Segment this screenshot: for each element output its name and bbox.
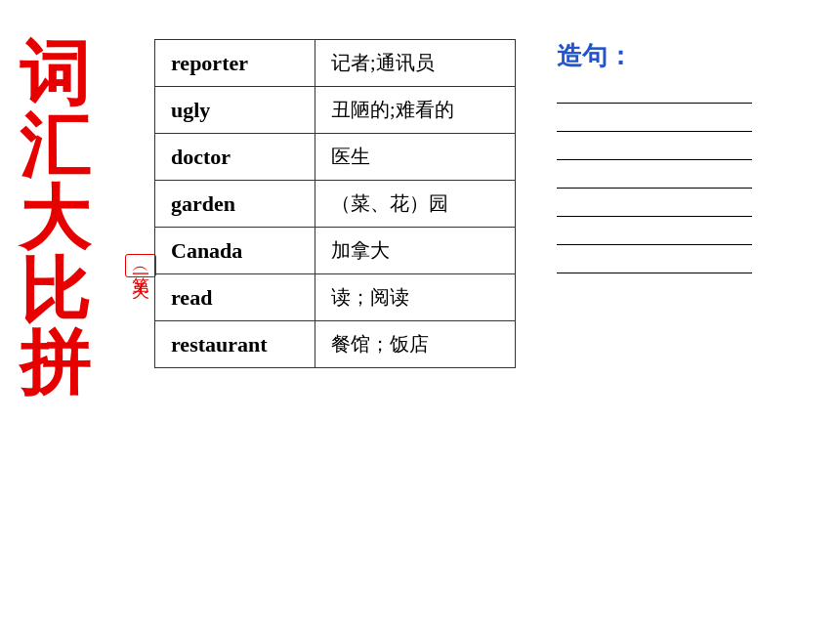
title-char-1: 词 — [20, 39, 90, 109]
title-char-5: 拼 — [20, 328, 90, 399]
table-row: doctor医生 — [155, 134, 516, 181]
table-row: garden（菜、花）园 — [155, 181, 516, 228]
write-line — [557, 216, 752, 217]
vocab-table: reporter记者;通讯员ugly丑陋的;难看的doctor医生garden（… — [154, 39, 516, 368]
write-line — [557, 188, 752, 189]
meaning-cell: 读；阅读 — [315, 274, 516, 321]
table-row: ugly丑陋的;难看的 — [155, 87, 516, 134]
word-cell: restaurant — [155, 321, 315, 368]
write-line — [557, 131, 752, 132]
table-row: read读；阅读 — [155, 274, 516, 321]
word-cell: Canada — [155, 228, 315, 274]
write-line — [557, 244, 752, 245]
table-row: reporter记者;通讯员 — [155, 40, 516, 87]
table-row: restaurant餐馆；饭店 — [155, 321, 516, 368]
title-char-2: 汇 — [20, 111, 90, 182]
meaning-cell: 餐馆；饭店 — [315, 321, 516, 368]
subtitle-badge: （第一关） — [125, 254, 156, 277]
word-cell: reporter — [155, 40, 315, 87]
write-line — [557, 159, 752, 160]
word-cell: ugly — [155, 87, 315, 134]
main-title: 词 汇 大 比 拼 — [20, 39, 90, 400]
meaning-cell: 医生 — [315, 134, 516, 181]
word-cell: read — [155, 274, 315, 321]
word-cell: garden — [155, 181, 315, 228]
meaning-cell: （菜、花）园 — [315, 181, 516, 228]
meaning-cell: 记者;通讯员 — [315, 40, 516, 87]
meaning-cell: 丑陋的;难看的 — [315, 87, 516, 134]
title-char-3: 大 — [20, 184, 90, 254]
meaning-cell: 加拿大 — [315, 228, 516, 274]
table-row: Canada加拿大 — [155, 228, 516, 274]
word-cell: doctor — [155, 134, 315, 181]
title-char-4: 比 — [20, 256, 90, 326]
zaoju-label: 造句： — [557, 39, 752, 73]
right-section: 造句： — [557, 39, 752, 273]
write-line — [557, 103, 752, 104]
write-lines — [557, 103, 752, 273]
write-line — [557, 273, 752, 273]
